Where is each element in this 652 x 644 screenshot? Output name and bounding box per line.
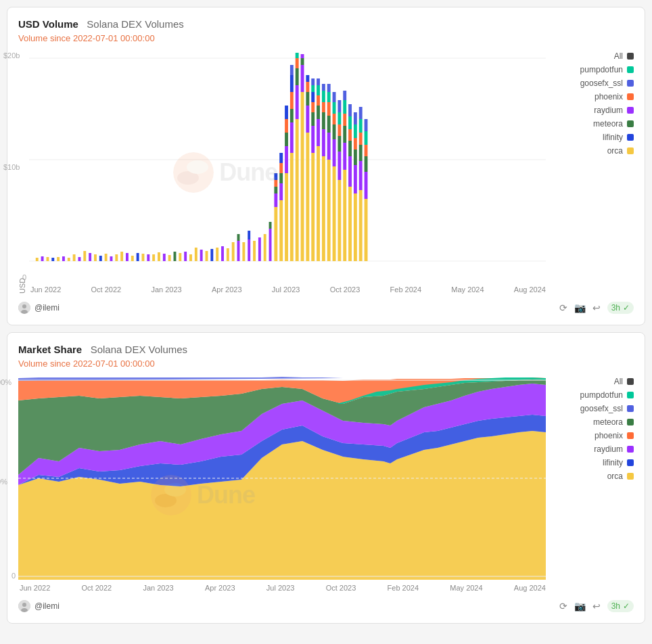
legend-item-goosefx-2: goosefx_ssl xyxy=(553,404,634,413)
svg-rect-70 xyxy=(290,122,294,153)
market-share-chart: Market Share Solana DEX Volumes Volume s… xyxy=(7,332,645,624)
svg-rect-152 xyxy=(365,156,368,172)
camera-icon-1[interactable]: 📷 xyxy=(574,302,586,313)
svg-rect-91 xyxy=(311,112,315,126)
svg-rect-17 xyxy=(94,254,97,261)
svg-rect-25 xyxy=(137,253,139,261)
svg-rect-83 xyxy=(301,54,304,58)
svg-rect-95 xyxy=(311,78,315,85)
y-tick-0-2: 0 xyxy=(11,572,16,580)
svg-rect-41 xyxy=(221,246,224,261)
chart-subtitle-1: Solana DEX Volumes xyxy=(87,18,183,30)
svg-rect-76 xyxy=(296,85,299,119)
bar-chart-svg xyxy=(29,51,546,281)
svg-rect-12 xyxy=(68,258,70,261)
chart-subtitle-2: Solana DEX Volumes xyxy=(91,344,187,355)
svg-rect-52 xyxy=(269,229,272,261)
svg-rect-86 xyxy=(306,92,309,106)
svg-rect-26 xyxy=(142,254,145,261)
footer-icons-1[interactable]: ⟳ 📷 ↩ 3h ✓ xyxy=(559,302,634,314)
camera-icon-2[interactable]: 📷 xyxy=(574,601,586,612)
svg-rect-34 xyxy=(184,252,187,261)
svg-rect-148 xyxy=(359,119,363,133)
svg-rect-13 xyxy=(73,254,76,261)
svg-rect-59 xyxy=(279,200,283,261)
svg-rect-114 xyxy=(333,166,336,261)
svg-rect-85 xyxy=(306,106,309,133)
svg-rect-19 xyxy=(105,254,108,261)
svg-rect-63 xyxy=(279,153,283,163)
legend-item-goosefx: goosefx_ssl xyxy=(553,78,634,88)
avatar-2 xyxy=(18,600,30,612)
svg-rect-66 xyxy=(285,133,288,146)
svg-rect-142 xyxy=(354,124,357,138)
svg-rect-119 xyxy=(333,92,336,102)
svg-rect-96 xyxy=(317,146,320,261)
svg-rect-100 xyxy=(317,85,320,95)
svg-rect-60 xyxy=(279,183,283,200)
svg-rect-75 xyxy=(296,119,299,261)
legend-item-orca: orca xyxy=(553,146,634,156)
svg-rect-32 xyxy=(174,252,177,261)
svg-rect-134 xyxy=(348,141,352,156)
svg-rect-30 xyxy=(163,254,166,261)
chart-footer-1: @ilemi ⟳ 📷 ↩ 3h ✓ xyxy=(18,299,634,314)
svg-rect-120 xyxy=(337,180,341,261)
chart-title-1: USD Volume xyxy=(18,18,78,30)
undo-icon-1[interactable]: ↩ xyxy=(592,302,601,313)
svg-rect-99 xyxy=(317,95,320,106)
svg-rect-72 xyxy=(290,92,294,109)
svg-rect-71 xyxy=(290,109,294,122)
legend-dot-lifinity-2 xyxy=(627,459,634,466)
legend-item-pumpdotfun-2: pumpdotfun xyxy=(553,390,634,400)
y-tick-10b: $10b xyxy=(3,163,20,171)
svg-rect-54 xyxy=(274,207,277,261)
legend-item-all-2: All xyxy=(553,377,634,386)
x-axis-2: Jun 2022 Oct 2022 Jan 2023 Apr 2023 Jul … xyxy=(18,584,546,592)
svg-rect-23 xyxy=(126,253,129,261)
svg-rect-8 xyxy=(46,257,49,261)
undo-icon-2[interactable]: ↩ xyxy=(592,601,601,612)
svg-rect-62 xyxy=(279,163,283,173)
legend-item-raydium: raydium xyxy=(553,106,634,115)
legend-dot-meteora xyxy=(627,120,634,127)
svg-rect-105 xyxy=(322,102,325,112)
legend-item-meteora: meteora xyxy=(553,119,634,129)
svg-rect-51 xyxy=(264,234,266,261)
footer-icons-2[interactable]: ⟳ 📷 ↩ 3h ✓ xyxy=(559,600,634,612)
svg-rect-136 xyxy=(348,116,352,129)
svg-rect-127 xyxy=(343,143,346,170)
legend-dot-orca xyxy=(627,147,634,154)
svg-rect-124 xyxy=(337,112,341,124)
svg-rect-74 xyxy=(290,65,294,75)
svg-rect-145 xyxy=(359,161,363,190)
svg-rect-39 xyxy=(210,249,213,261)
svg-rect-116 xyxy=(333,124,336,139)
svg-rect-107 xyxy=(322,84,325,91)
svg-rect-42 xyxy=(227,248,229,261)
svg-rect-11 xyxy=(62,256,65,261)
svg-rect-113 xyxy=(327,84,331,92)
legend-dot-all xyxy=(627,53,634,60)
svg-rect-143 xyxy=(354,112,357,124)
svg-rect-33 xyxy=(179,253,181,261)
svg-rect-73 xyxy=(290,75,294,92)
username-2: @ilemi xyxy=(34,601,60,611)
chart-date-1: Volume since 2022-07-01 00:00:00 xyxy=(18,33,634,43)
svg-rect-64 xyxy=(285,173,288,261)
refresh-icon-2[interactable]: ⟳ xyxy=(559,601,567,612)
svg-rect-93 xyxy=(311,92,315,102)
svg-rect-151 xyxy=(365,172,368,199)
svg-rect-88 xyxy=(306,75,309,82)
svg-rect-133 xyxy=(348,156,352,187)
svg-rect-29 xyxy=(158,252,160,261)
refresh-icon-1[interactable]: ⟳ xyxy=(559,302,567,313)
svg-rect-131 xyxy=(343,91,346,100)
user-info-1: @ilemi xyxy=(18,302,60,314)
svg-rect-102 xyxy=(322,156,325,261)
legend-dot-pumpdotfun-2 xyxy=(627,392,634,398)
svg-rect-94 xyxy=(311,85,315,92)
svg-rect-80 xyxy=(301,92,304,261)
svg-rect-108 xyxy=(327,160,331,261)
time-badge-2: 3h ✓ xyxy=(607,600,634,612)
